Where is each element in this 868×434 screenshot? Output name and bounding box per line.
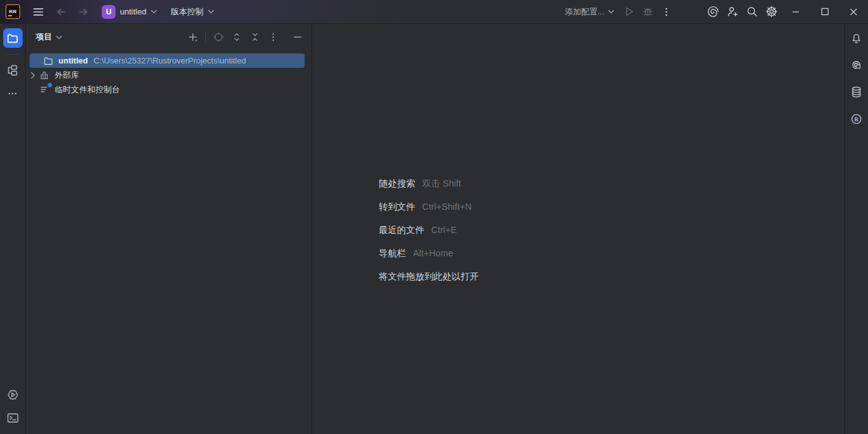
libraries-icon [40, 70, 50, 80]
new-item-button[interactable] [185, 30, 200, 45]
forward-button[interactable] [74, 3, 93, 21]
project-panel-actions [185, 30, 305, 45]
kebab-menu-icon [661, 7, 671, 17]
ellipsis-icon [7, 88, 18, 99]
run-button[interactable] [619, 3, 638, 21]
shortcut-keys: Alt+Home [413, 248, 453, 258]
search-icon [746, 5, 759, 18]
titlebar: RR U untitled 版本控制 添加配置... [0, 0, 868, 24]
titlebar-right: 添加配置... [560, 0, 868, 23]
expand-all-icon [231, 31, 242, 43]
search-everywhere-button[interactable] [742, 3, 762, 21]
close-icon [849, 8, 858, 16]
shortcut-recent-files: 最近的文件 Ctrl+E [379, 224, 479, 236]
database-icon [850, 85, 863, 99]
database-button[interactable] [849, 84, 865, 100]
gear-icon [765, 5, 778, 18]
shortcut-keys: Ctrl+Shift+N [422, 202, 472, 212]
terminal-icon [6, 411, 19, 425]
shortcut-navigation-bar: 导航栏 Alt+Home [379, 247, 479, 259]
ai-assistant-button[interactable] [703, 3, 723, 21]
run-configuration-label: 添加配置... [565, 6, 604, 18]
tool-window-project-button[interactable] [3, 28, 23, 48]
notifications-button[interactable] [849, 30, 865, 46]
project-tree: untitled C:\Users\25327\RustroverProject… [26, 50, 312, 97]
tool-window-structure-button[interactable] [3, 60, 23, 80]
left-tool-rail [0, 24, 26, 434]
rustrover-logo: RR [6, 4, 20, 19]
tool-window-run-button[interactable] [3, 385, 23, 404]
shortcut-label: 导航栏 [379, 247, 406, 259]
chevron-down-icon [608, 9, 614, 14]
project-panel-title-widget[interactable]: 项目 [36, 31, 62, 43]
bell-icon [850, 31, 863, 45]
chevron-down-icon [208, 9, 214, 14]
run-configuration-selector[interactable]: 添加配置... [560, 3, 619, 21]
cargo-button[interactable]: R [849, 111, 865, 127]
chevron-down-icon [56, 35, 62, 40]
ai-chat-icon [850, 58, 863, 72]
project-avatar: U [102, 5, 116, 19]
debug-button[interactable] [638, 3, 657, 21]
locate-target-icon [213, 31, 224, 43]
svg-text:R: R [854, 116, 859, 122]
collapse-all-icon [249, 31, 261, 43]
settings-button[interactable] [762, 3, 781, 21]
tree-row-project-root[interactable]: untitled C:\Users\25327\RustroverProject… [30, 53, 305, 68]
shortcut-label: 将文件拖放到此处以打开 [379, 271, 479, 283]
scratches-label: 临时文件和控制台 [55, 84, 120, 95]
chevron-down-icon [151, 9, 157, 14]
project-name: untitled [120, 7, 146, 16]
select-opened-file-button[interactable] [211, 30, 226, 45]
folder-icon [6, 32, 19, 45]
ai-spiral-icon [707, 5, 720, 18]
scratch-files-icon [40, 85, 50, 95]
main-menu-button[interactable] [29, 3, 48, 21]
window-minimize-button[interactable] [781, 0, 810, 24]
chevron-right-icon[interactable] [26, 72, 40, 79]
shortcut-hints: 随处搜索 双击 Shift 转到文件 Ctrl+Shift+N 最近的文件 Ct… [379, 178, 479, 283]
plus-dropdown-icon [187, 31, 198, 43]
vcs-label: 版本控制 [171, 6, 203, 18]
shortcut-label: 转到文件 [379, 201, 415, 213]
tool-window-terminal-button[interactable] [3, 408, 23, 428]
minus-icon [293, 32, 303, 42]
right-tool-rail: R [844, 24, 868, 434]
forward-arrow-icon [77, 6, 90, 18]
app-body: 项目 [0, 24, 868, 434]
add-user-icon [726, 5, 739, 18]
titlebar-left: RR U untitled 版本控制 [0, 3, 219, 21]
window-maximize-button[interactable] [810, 0, 839, 24]
external-libraries-label: 外部库 [55, 70, 79, 81]
back-button[interactable] [52, 3, 70, 21]
window-close-button[interactable] [839, 0, 868, 24]
collapse-all-button[interactable] [247, 30, 263, 45]
left-rail-bottom [3, 385, 23, 434]
vcs-widget[interactable]: 版本控制 [166, 3, 219, 21]
shortcut-keys: Ctrl+E [431, 225, 457, 235]
project-root-path: C:\Users\25327\RustroverProjects\untitle… [94, 56, 246, 65]
more-tool-windows-button[interactable] [3, 84, 23, 103]
shortcut-search-everywhere: 随处搜索 双击 Shift [379, 178, 479, 190]
project-panel-header: 项目 [26, 24, 312, 50]
run-hexagon-icon [6, 388, 19, 401]
project-selector[interactable]: U untitled [97, 3, 162, 21]
shortcut-goto-file: 转到文件 Ctrl+Shift+N [379, 201, 479, 213]
hide-panel-button[interactable] [290, 30, 305, 45]
tree-row-external-libraries[interactable]: 外部库 [26, 68, 312, 82]
project-avatar-letter: U [106, 8, 112, 16]
actions-divider [205, 32, 206, 42]
more-actions-button[interactable] [657, 3, 676, 21]
panel-options-button[interactable] [266, 30, 281, 45]
ai-chat-button[interactable] [849, 57, 865, 73]
cargo-rust-icon: R [850, 112, 863, 126]
expand-all-button[interactable] [229, 30, 244, 45]
editor-empty-area: 随处搜索 双击 Shift 转到文件 Ctrl+Shift+N 最近的文件 Ct… [312, 24, 844, 434]
scratch-badge [47, 82, 53, 88]
project-root-name: untitled [58, 56, 88, 65]
kebab-menu-icon [268, 32, 278, 42]
tree-row-scratches[interactable]: 临时文件和控制台 [26, 82, 312, 97]
bug-icon [642, 6, 654, 18]
code-with-me-button[interactable] [723, 3, 742, 21]
structure-icon [6, 64, 19, 77]
